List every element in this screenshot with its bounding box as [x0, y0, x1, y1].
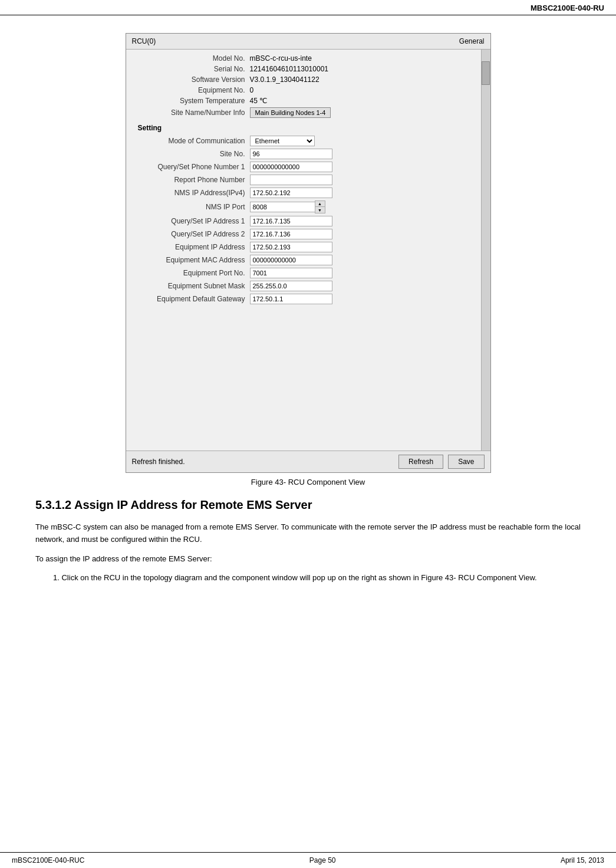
ip-addr2-label: Query/Set IP Address 2	[132, 230, 250, 238]
nms-port-spinner-container: ▲ ▼	[250, 200, 325, 213]
section-number: 5.3.1.2	[35, 498, 71, 511]
equip-ip-input[interactable]	[250, 242, 332, 252]
system-temp-value: 45 ℃	[250, 97, 268, 105]
page-content: RCU(0) General Model No. mBSC-c-rcu-us-i…	[0, 15, 616, 601]
nms-port-row: NMS IP Port ▲ ▼	[132, 200, 475, 213]
list-text-1: Click on the RCU in the topology diagram…	[61, 573, 536, 582]
subnet-mask-row: Equipment Subnet Mask	[132, 281, 475, 291]
rcu-panel: RCU(0) General Model No. mBSC-c-rcu-us-i…	[126, 33, 491, 473]
rcu-panel-header: RCU(0) General	[126, 34, 490, 50]
scrollbar-thumb[interactable]	[482, 61, 490, 85]
serial-no-value: 12141604610113010001	[250, 65, 328, 73]
report-phone-row: Report Phone Number	[132, 175, 475, 185]
software-version-value: V3.0.1.9_1304041122	[250, 75, 319, 84]
save-button[interactable]: Save	[448, 455, 484, 469]
default-gw-label: Equipment Default Gateway	[132, 295, 250, 303]
equipment-no-value: 0	[250, 86, 254, 94]
mode-comm-dropdown-container: Ethernet GSM	[250, 136, 315, 146]
page-header: MBSC2100E-040-RU	[0, 0, 616, 15]
equip-mac-row: Equipment MAC Address	[132, 255, 475, 265]
phone-num1-input[interactable]	[250, 162, 332, 172]
subnet-mask-label: Equipment Subnet Mask	[132, 282, 250, 290]
system-temp-row: System Temperature 45 ℃	[132, 97, 475, 105]
setting-label: Setting	[138, 124, 475, 132]
model-no-value: mBSC-c-rcu-us-inte	[250, 54, 312, 63]
default-gw-input[interactable]	[250, 294, 332, 304]
nms-port-label: NMS IP Port	[132, 203, 250, 211]
footer-center: Page 50	[309, 856, 336, 864]
report-phone-label: Report Phone Number	[132, 176, 250, 184]
document-title: MBSC2100E-040-RU	[531, 4, 604, 12]
nms-port-down-button[interactable]: ▼	[315, 207, 325, 213]
mode-comm-row: Mode of Communication Ethernet GSM	[132, 136, 475, 146]
model-no-row: Model No. mBSC-c-rcu-us-inte	[132, 54, 475, 63]
page-footer: mBSC2100E-040-RUC Page 50 April 15, 2013	[0, 852, 616, 868]
nms-port-up-button[interactable]: ▲	[315, 201, 325, 207]
rcu-panel-body: Model No. mBSC-c-rcu-us-inte Serial No. …	[126, 50, 490, 451]
footer-left: mBSC2100E-040-RUC	[12, 856, 84, 864]
section-heading: 5.3.1.2 Assign IP Address for Remote EMS…	[35, 498, 581, 512]
equip-ip-label: Equipment IP Address	[132, 243, 250, 251]
rcu-scroll-area[interactable]: Model No. mBSC-c-rcu-us-inte Serial No. …	[126, 50, 481, 451]
default-gw-row: Equipment Default Gateway	[132, 294, 475, 304]
nms-ip-input[interactable]	[250, 188, 332, 198]
subnet-mask-input[interactable]	[250, 281, 332, 291]
panel-tab: General	[459, 37, 485, 45]
ip-addr1-input[interactable]	[250, 216, 332, 226]
equip-port-input[interactable]	[250, 268, 332, 278]
equip-port-row: Equipment Port No.	[132, 268, 475, 278]
nms-ip-row: NMS IP Address(IPv4)	[132, 188, 475, 198]
serial-no-label: Serial No.	[132, 65, 250, 73]
equip-mac-label: Equipment MAC Address	[132, 256, 250, 264]
nms-ip-label: NMS IP Address(IPv4)	[132, 189, 250, 197]
phone-num1-row: Query/Set Phone Number 1	[132, 162, 475, 172]
equipment-no-row: Equipment No. 0	[132, 86, 475, 94]
panel-title: RCU(0)	[132, 37, 156, 45]
body-paragraph-2: To assign the IP address of the remote E…	[35, 553, 581, 565]
section-title: Assign IP Address for Remote EMS Server	[74, 498, 312, 511]
site-name-button[interactable]: Main Building Nodes 1-4	[250, 107, 331, 118]
system-temp-label: System Temperature	[132, 97, 250, 105]
site-name-row: Site Name/Number Info Main Building Node…	[132, 107, 475, 118]
equipment-no-label: Equipment No.	[132, 86, 250, 94]
ip-addr2-row: Query/Set IP Address 2	[132, 229, 475, 239]
site-no-label: Site No.	[132, 150, 250, 158]
serial-no-row: Serial No. 12141604610113010001	[132, 65, 475, 73]
scrollbar[interactable]	[481, 50, 490, 451]
footer-right: April 15, 2013	[561, 856, 604, 864]
site-name-label: Site Name/Number Info	[132, 108, 250, 117]
site-no-row: Site No.	[132, 149, 475, 159]
software-version-row: Software Version V3.0.1.9_1304041122	[132, 75, 475, 84]
equip-ip-row: Equipment IP Address	[132, 242, 475, 252]
nms-port-spinner-buttons: ▲ ▼	[315, 200, 325, 213]
site-no-input[interactable]	[250, 149, 332, 159]
equip-port-label: Equipment Port No.	[132, 269, 250, 277]
software-version-label: Software Version	[132, 75, 250, 84]
equip-mac-input[interactable]	[250, 255, 332, 265]
model-no-label: Model No.	[132, 54, 250, 63]
refresh-status: Refresh finished.	[132, 458, 185, 466]
figure-container: RCU(0) General Model No. mBSC-c-rcu-us-i…	[35, 33, 581, 486]
nms-port-input[interactable]	[250, 202, 315, 212]
refresh-button[interactable]: Refresh	[398, 455, 443, 469]
rcu-panel-footer: Refresh finished. Refresh Save	[126, 451, 490, 472]
mode-comm-label: Mode of Communication	[132, 137, 250, 145]
figure-caption: Figure 43- RCU Component View	[251, 478, 365, 486]
panel-footer-buttons: Refresh Save	[398, 455, 484, 469]
list-number-1: 1.	[53, 573, 60, 582]
phone-num1-label: Query/Set Phone Number 1	[132, 163, 250, 171]
ip-addr2-input[interactable]	[250, 229, 332, 239]
list-item-1: 1. Click on the RCU in the topology diag…	[53, 572, 581, 584]
ip-addr1-label: Query/Set IP Address 1	[132, 217, 250, 225]
body-paragraph-1: The mBSC-C system can also be managed fr…	[35, 521, 581, 546]
ip-addr1-row: Query/Set IP Address 1	[132, 216, 475, 226]
report-phone-input[interactable]	[250, 175, 332, 185]
mode-comm-select[interactable]: Ethernet GSM	[250, 136, 315, 146]
